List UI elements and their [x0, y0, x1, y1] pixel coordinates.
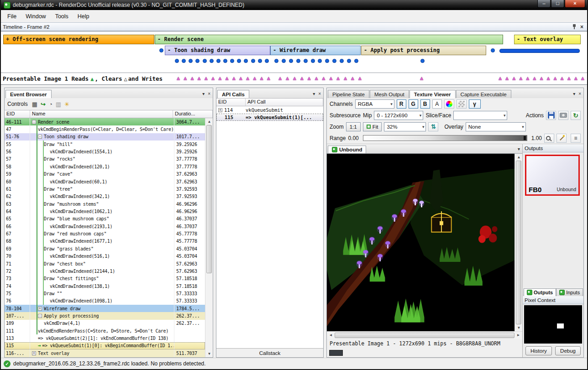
tab-pipeline-state[interactable]: Pipeline State [328, 90, 369, 98]
timeline-marker-wireframe[interactable]: - Wireframe draw [270, 46, 361, 55]
event-row-64[interactable]: 64vkCmdDrawIndexed(1062,1)46.96296 [5, 208, 205, 215]
draw-event-dot[interactable] [175, 59, 179, 63]
range-slider[interactable] [363, 135, 527, 141]
draw-event-dot[interactable] [311, 59, 315, 63]
usage-write-triangle-icon[interactable]: ▲ [581, 75, 584, 81]
scroll-left-icon[interactable]: ◄ [327, 332, 335, 339]
draw-event-dot[interactable] [265, 59, 269, 63]
checkerboard-button[interactable] [457, 99, 467, 109]
draw-event-dot[interactable] [282, 59, 286, 63]
close-button[interactable]: × [565, 0, 585, 8]
event-row-59[interactable]: 59Draw "cave"37.62963 [5, 171, 205, 178]
usage-write-triangle-icon[interactable]: ▲ [286, 75, 289, 81]
draw-event-dot[interactable] [203, 59, 207, 63]
tab-texture-viewer[interactable]: Texture Viewer [410, 90, 456, 98]
usage-write-triangle-icon[interactable]: ▲ [239, 75, 242, 81]
usage-write-triangle-icon[interactable]: ▲ [198, 75, 201, 81]
usage-write-triangle-icon[interactable]: ▲ [211, 75, 215, 81]
usage-write-triangle-icon[interactable]: ▲ [315, 75, 318, 81]
usage-write-triangle-icon[interactable]: ▲ [293, 75, 296, 81]
refresh-button[interactable]: ↻ [571, 111, 581, 120]
timeline-marker-post[interactable]: - Apply post processing [361, 46, 486, 55]
draw-event-dot[interactable] [491, 48, 495, 52]
usage-write-triangle-icon[interactable]: ▲ [184, 75, 187, 81]
event-row-51-76[interactable]: 51-76-Toon shading draw1017.7... [5, 133, 205, 141]
debug-button[interactable]: Debug [555, 346, 581, 355]
draw-event-dot[interactable] [332, 59, 336, 63]
event-row-47[interactable]: 47vkCmdBeginRenderPass(C=Clear, D=Clear,… [5, 125, 205, 133]
time-durations-icon[interactable]: ◔ [49, 101, 52, 107]
scroll-up-icon[interactable]: ▲ [515, 154, 522, 161]
timeline-activity-bar[interactable] [499, 49, 580, 53]
overlay-select[interactable]: None▾ [466, 122, 526, 131]
draw-event-dot[interactable] [289, 59, 293, 63]
fb0-thumbnail[interactable]: FB0 Unbound [525, 155, 580, 196]
menu-item-file[interactable]: File [3, 11, 21, 21]
draw-event-dot[interactable] [210, 59, 214, 63]
draw-event-dot[interactable] [274, 59, 278, 63]
draw-event-dot[interactable] [216, 59, 220, 63]
draw-event-dot[interactable] [244, 59, 248, 63]
panel-menu-icon[interactable]: ▾ [573, 91, 575, 96]
menu-item-help[interactable]: Help [73, 11, 94, 21]
collapse-icon[interactable]: - [38, 314, 42, 318]
usage-write-triangle-icon[interactable]: ▲ [308, 75, 311, 81]
usage-write-triangle-icon[interactable]: ▲ [526, 75, 529, 81]
column-header-eid[interactable]: EID [5, 110, 30, 118]
event-row-66[interactable]: 66vkCmdDrawIndexed(2193,1)46.37037 [5, 223, 205, 230]
event-row-70[interactable]: 70vkCmdDrawIndexed(516,1)45.03704 [5, 252, 205, 260]
slice-face-select[interactable]: ▾ [453, 111, 507, 120]
event-row-109[interactable]: 109vkCmdDraw(4,1)262.37... [5, 320, 205, 327]
timeline-marker-text-overlay[interactable]: - Text overlay [514, 35, 581, 44]
usage-write-triangle-icon[interactable]: ▲ [205, 75, 208, 81]
usage-write-triangle-icon[interactable]: ▲ [561, 75, 564, 81]
expand-icon[interactable]: + [32, 351, 36, 355]
scroll-down-icon[interactable]: ▼ [205, 350, 213, 357]
filter-icon[interactable]: ▦ [32, 101, 37, 107]
tab-outputs[interactable]: Outputs [524, 288, 556, 296]
column-header-eid[interactable]: EID [216, 99, 246, 106]
tab-event-browser[interactable]: Event Browser [5, 90, 52, 98]
snapshot-button[interactable] [558, 111, 568, 120]
goto-eid-icon[interactable]: ↪ [41, 101, 46, 107]
zoom-select[interactable]: 32%▾ [384, 122, 426, 131]
usage-write-triangle-icon[interactable]: ▲ [351, 75, 354, 81]
event-row-67[interactable]: 67Draw "red mushroom caps"45.77778 [5, 230, 205, 237]
range-zoom-button[interactable] [544, 134, 554, 143]
draw-event-dot[interactable] [340, 59, 344, 63]
event-row-57[interactable]: 57Draw "rocks"37.77778 [5, 156, 205, 163]
usage-write-triangle-icon[interactable]: ▲ [232, 75, 236, 81]
event-row-71[interactable]: 71Draw "chest box"57.62963 [5, 260, 205, 267]
event-row-60[interactable]: 60vkCmdDrawIndexed(60,1)37.62963 [5, 178, 205, 185]
channel-green-toggle[interactable]: G [409, 99, 418, 109]
pixel-context-view[interactable] [524, 305, 582, 344]
event-row-115[interactable]: 115→=> vkQueueSubmit(1)[0]: vkBeginComma… [5, 342, 205, 349]
event-row-107-...[interactable]: 107-...-Apply post processing262.37... [5, 312, 205, 319]
draw-event-dot[interactable] [159, 48, 163, 52]
channel-alpha-toggle[interactable]: A [432, 99, 442, 109]
usage-write-triangle-icon[interactable]: ▲ [225, 75, 228, 81]
collapse-icon[interactable]: - [38, 135, 42, 139]
stats-icon[interactable]: ▥ [56, 101, 61, 107]
usage-write-triangle-icon[interactable]: ▲ [300, 75, 304, 81]
range-menu-button[interactable]: ≡ [571, 134, 581, 143]
usage-write-triangle-icon[interactable]: ▲ [567, 75, 571, 81]
event-row-58[interactable]: 58vkCmdDrawIndexed(120,1)37.77778 [5, 163, 205, 170]
expand-icon[interactable]: + [218, 108, 222, 112]
usage-write-triangle-icon[interactable]: ▲ [512, 75, 515, 81]
usage-write-triangle-icon[interactable]: ▲ [358, 75, 362, 81]
texture-tab-unbound[interactable]: Unbound [328, 146, 366, 153]
usage-write-triangle-icon[interactable]: ▲ [260, 75, 263, 81]
mip-select[interactable]: 0 - 1272x690▾ [374, 111, 423, 120]
draw-event-dot[interactable] [354, 59, 358, 63]
save-texture-button[interactable] [546, 111, 556, 120]
scrollbar-thumb[interactable] [516, 161, 521, 324]
usage-write-triangle-icon[interactable]: ▲ [253, 75, 256, 81]
usage-write-triangle-icon[interactable]: ▲ [533, 75, 536, 81]
scroll-up-icon[interactable]: ▲ [205, 118, 213, 125]
event-row-72[interactable]: 72vkCmdDrawIndexed(12144,1)57.62963 [5, 267, 205, 275]
close-icon[interactable]: × [580, 25, 583, 29]
event-row-116-...[interactable]: 116-...+Text overlay511.7037 [5, 349, 205, 357]
zoom-fit-button[interactable]: Fit [363, 122, 382, 131]
panel-close-icon[interactable]: × [578, 91, 581, 96]
